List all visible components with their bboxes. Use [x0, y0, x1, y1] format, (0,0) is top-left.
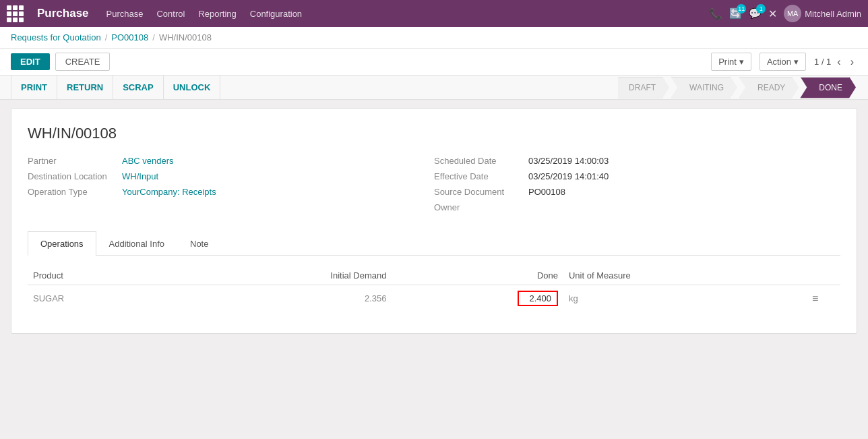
owner-label: Owner — [434, 202, 522, 212]
record-card: WH/IN/00108 Partner ABC venders Destinat… — [11, 108, 857, 334]
phone-icon[interactable]: 📞 — [709, 7, 722, 20]
breadcrumb-sep-2: / — [152, 32, 155, 42]
done-value[interactable]: 2.400 — [518, 291, 558, 306]
breadcrumb-rfq[interactable]: Requests for Quotation — [11, 32, 101, 42]
tab-note[interactable]: Note — [177, 231, 221, 256]
operation-type-label: Operation Type — [28, 187, 115, 197]
menu-control[interactable]: Control — [156, 9, 185, 19]
col-actions-header — [807, 266, 840, 285]
user-name: Mitchell Admin — [805, 9, 861, 19]
print-action-button[interactable]: PRINT — [11, 76, 57, 99]
close-icon[interactable]: ✕ — [768, 7, 777, 20]
tab-additional-info[interactable]: Additional Info — [96, 231, 177, 256]
row-initial-demand: 2.356 — [168, 285, 392, 312]
notifications-badge: 11 — [737, 4, 746, 13]
menu-reporting[interactable]: Reporting — [198, 9, 236, 19]
unlock-action-button[interactable]: UNLOCK — [164, 76, 221, 99]
table-row: SUGAR 2.356 2.400 kg ≡ — [28, 285, 840, 312]
tab-content-operations: Product Initial Demand Done Unit of Meas… — [28, 256, 840, 317]
messages-icon[interactable]: 💬 1 — [749, 7, 762, 20]
return-action-button[interactable]: RETURN — [57, 76, 113, 99]
source-document-label: Source Document — [434, 187, 522, 197]
dest-location-field: Destination Location WH/Input — [28, 171, 434, 181]
col-initial-demand: Initial Demand — [168, 266, 392, 285]
status-pipeline: DRAFT WAITING READY DONE — [618, 77, 857, 98]
row-unit: kg — [563, 285, 807, 312]
fields-grid: Partner ABC venders Destination Location… — [28, 156, 840, 218]
main-menu: Purchase Control Reporting Configuration — [106, 9, 699, 19]
prev-page-button[interactable]: ‹ — [834, 55, 844, 69]
detail-icon[interactable]: ≡ — [812, 293, 818, 304]
create-button[interactable]: CREATE — [55, 53, 111, 71]
owner-field: Owner — [434, 202, 840, 212]
pagination: 1 / 1 ‹ › — [814, 55, 857, 69]
action-right: Print ▾ Action ▾ 1 / 1 ‹ › — [711, 53, 857, 71]
main-content: WH/IN/00108 Partner ABC venders Destinat… — [0, 100, 868, 342]
page-info: 1 / 1 — [814, 57, 831, 67]
print-chevron-icon: ▾ — [739, 57, 744, 67]
dest-location-label: Destination Location — [28, 171, 115, 181]
action-bar: EDIT CREATE Print ▾ Action ▾ 1 / 1 ‹ › — [0, 49, 868, 76]
notifications-icon[interactable]: 🔄 11 — [729, 7, 742, 20]
print-button[interactable]: Print ▾ — [711, 53, 751, 71]
action-button[interactable]: Action ▾ — [760, 53, 806, 71]
col-product: Product — [28, 266, 168, 285]
scrap-action-button[interactable]: SCRAP — [113, 76, 164, 99]
right-fields: Scheduled Date 03/25/2019 14:00:03 Effec… — [434, 156, 840, 218]
effective-date-value: 03/25/2019 14:01:40 — [528, 171, 609, 181]
operations-table: Product Initial Demand Done Unit of Meas… — [28, 266, 840, 312]
source-document-value: PO00108 — [528, 187, 565, 197]
avatar: MA — [784, 5, 801, 22]
row-product: SUGAR — [28, 285, 168, 312]
breadcrumb: Requests for Quotation / PO00108 / WH/IN… — [0, 27, 868, 49]
effective-date-label: Effective Date — [434, 171, 522, 181]
app-title: Purchase — [37, 7, 89, 20]
messages-badge: 1 — [756, 4, 766, 13]
step-draft[interactable]: DRAFT — [618, 77, 669, 98]
col-done: Done — [392, 266, 563, 285]
action-chevron-icon: ▾ — [794, 57, 799, 67]
row-done: 2.400 — [392, 285, 563, 312]
next-page-button[interactable]: › — [847, 55, 857, 69]
scheduled-date-label: Scheduled Date — [434, 156, 522, 166]
step-ready[interactable]: READY — [739, 77, 799, 98]
row-actions: ≡ — [807, 285, 840, 312]
status-bar: PRINT RETURN SCRAP UNLOCK DRAFT WAITING … — [0, 76, 868, 100]
topbar: Purchase Purchase Control Reporting Conf… — [0, 0, 868, 27]
record-title: WH/IN/00108 — [28, 125, 840, 142]
breadcrumb-sep-1: / — [105, 32, 108, 42]
left-fields: Partner ABC venders Destination Location… — [28, 156, 434, 218]
partner-value[interactable]: ABC venders — [122, 156, 174, 166]
operation-type-field: Operation Type YourCompany: Receipts — [28, 187, 434, 197]
topbar-right: 📞 🔄 11 💬 1 ✕ MA Mitchell Admin — [709, 5, 861, 22]
edit-button[interactable]: EDIT — [11, 53, 50, 70]
dest-location-value[interactable]: WH/Input — [122, 171, 158, 181]
tab-operations[interactable]: Operations — [28, 231, 96, 256]
user-menu[interactable]: MA Mitchell Admin — [784, 5, 861, 22]
step-done[interactable]: DONE — [800, 77, 856, 98]
scheduled-date-value: 03/25/2019 14:00:03 — [528, 156, 609, 166]
tabs-bar: Operations Additional Info Note — [28, 231, 840, 256]
menu-purchase[interactable]: Purchase — [106, 9, 144, 19]
partner-field: Partner ABC venders — [28, 156, 434, 166]
col-unit-of-measure: Unit of Measure — [563, 266, 807, 285]
breadcrumb-current: WH/IN/00108 — [159, 32, 212, 42]
scheduled-date-field: Scheduled Date 03/25/2019 14:00:03 — [434, 156, 840, 166]
source-document-field: Source Document PO00108 — [434, 187, 840, 197]
menu-configuration[interactable]: Configuration — [250, 9, 302, 19]
step-waiting[interactable]: WAITING — [671, 77, 737, 98]
operation-type-value[interactable]: YourCompany: Receipts — [122, 187, 216, 197]
apps-menu[interactable] — [7, 5, 24, 22]
effective-date-field: Effective Date 03/25/2019 14:01:40 — [434, 171, 840, 181]
partner-label: Partner — [28, 156, 115, 166]
breadcrumb-po[interactable]: PO00108 — [111, 32, 148, 42]
